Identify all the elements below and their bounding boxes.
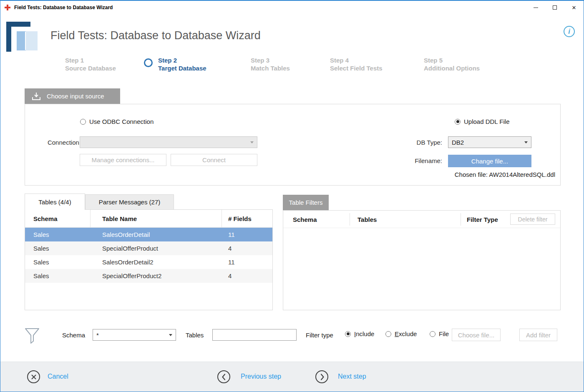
- cancel-button[interactable]: Cancel: [48, 373, 68, 380]
- chevron-down-icon: [250, 141, 254, 143]
- page-title: Field Tests: Database to Database Wizard: [50, 29, 261, 42]
- filter-type-label: Filter type: [306, 332, 333, 339]
- filters-column-schema: Schema: [283, 213, 350, 226]
- step-1-source-database: Step 1Source Database: [65, 56, 116, 72]
- db-type-label: DB Type:: [394, 139, 442, 146]
- close-button[interactable]: ✕: [564, 1, 584, 14]
- minimize-icon: [534, 8, 538, 8]
- radio-checked-icon: [345, 331, 351, 337]
- download-icon: [31, 92, 41, 101]
- current-step-circle-icon: [144, 58, 153, 67]
- maximize-button[interactable]: [545, 1, 564, 14]
- table-filters-panel: Schema Tables Filter Type Delete filter: [283, 210, 561, 310]
- filename-label: Filename:: [394, 157, 442, 164]
- info-icon[interactable]: i: [564, 26, 575, 37]
- table-row[interactable]: Sales SalesOrderDetail2 11: [25, 255, 272, 269]
- radio-icon: [430, 331, 435, 337]
- chevron-down-icon: [169, 334, 172, 336]
- column-header-fields[interactable]: # Fields: [222, 210, 272, 227]
- table-filters-header: Table Filters: [283, 195, 329, 210]
- file-radio[interactable]: File: [430, 330, 449, 337]
- app-logo: [6, 19, 41, 54]
- tab-parser-messages[interactable]: Parser Messages (27): [85, 194, 174, 209]
- connection-label: Connection:: [33, 139, 81, 146]
- footer-bar: Cancel Previous step Next step: [0, 362, 584, 392]
- filter-funnel-icon: [24, 327, 40, 346]
- filters-column-filter-type: Filter Type: [461, 213, 498, 226]
- exclude-radio[interactable]: Exclude: [385, 330, 417, 337]
- previous-step-button[interactable]: Previous step: [241, 373, 281, 380]
- change-file-button[interactable]: Change file...: [448, 155, 531, 167]
- manage-connections-button: Manage connections...: [80, 154, 166, 166]
- app-window: { "window": { "title": "Field Tests: Dat…: [0, 0, 584, 392]
- table-row[interactable]: Sales SpecialOfferProduct 4: [25, 241, 272, 255]
- maximize-icon: [553, 5, 557, 10]
- chosen-file-text: Chosen file: AW2014AlteredSQL.ddl: [455, 171, 555, 178]
- schema-filter-combobox[interactable]: *: [93, 329, 176, 341]
- add-filter-button: Add filter: [519, 329, 557, 341]
- input-source-panel: Use ODBC Connection Upload DDL File Conn…: [25, 104, 561, 186]
- connect-button: Connect: [171, 154, 257, 166]
- delete-filter-button: Delete filter: [510, 214, 555, 225]
- tab-tables[interactable]: Tables (4/4): [25, 193, 85, 210]
- db-type-combobox[interactable]: DB2: [448, 136, 531, 148]
- step-4-select-field-tests: Step 4Select Field Tests: [330, 56, 383, 72]
- close-icon: ✕: [572, 5, 576, 11]
- schema-filter-label: Schema: [62, 332, 85, 339]
- next-step-icon[interactable]: [315, 370, 328, 383]
- window-title: Field Tests: Database to Database Wizard: [14, 5, 113, 10]
- cancel-icon[interactable]: [27, 370, 40, 383]
- radio-checked-icon: [455, 119, 461, 125]
- choose-file-button: Choose file...: [452, 329, 501, 341]
- radio-icon: [80, 119, 86, 125]
- step-5-additional-options: Step 5Additional Options: [424, 56, 480, 72]
- tables-filter-label: Tables: [186, 332, 204, 339]
- main-content: Field Tests: Database to Database Wizard…: [0, 14, 584, 363]
- filters-header-row: Schema Tables Filter Type Delete filter: [283, 211, 560, 228]
- step-2-target-database: Step 2Target Database: [158, 56, 206, 72]
- column-header-schema[interactable]: Schema: [25, 210, 91, 227]
- odbc-connection-radio[interactable]: Use ODBC Connection: [80, 118, 154, 125]
- minimize-button[interactable]: [526, 1, 545, 14]
- tables-filter-input[interactable]: [212, 329, 297, 341]
- titlebar: Field Tests: Database to Database Wizard…: [0, 1, 584, 14]
- step-3-match-tables: Step 3Match Tables: [251, 56, 290, 72]
- connection-combobox: [80, 136, 257, 148]
- radio-icon: [385, 331, 391, 337]
- table-row[interactable]: Sales SpecialOfferProduct2 4: [25, 269, 272, 283]
- choose-input-source-header: Choose input source: [25, 88, 120, 104]
- tables-table: Schema Table Name # Fields Sales SalesOr…: [25, 209, 273, 310]
- table-header: Schema Table Name # Fields: [25, 210, 272, 228]
- previous-step-icon[interactable]: [217, 370, 230, 383]
- table-row[interactable]: Sales SalesOrderDetail 11: [25, 228, 272, 241]
- next-step-button[interactable]: Next step: [338, 373, 366, 380]
- filters-column-tables: Tables: [350, 213, 461, 226]
- chevron-down-icon: [524, 141, 528, 143]
- include-radio[interactable]: Include: [345, 330, 374, 337]
- upload-ddl-radio[interactable]: Upload DDL File: [455, 118, 510, 125]
- app-cross-icon: [5, 5, 10, 10]
- column-header-table-name[interactable]: Table Name: [91, 210, 222, 227]
